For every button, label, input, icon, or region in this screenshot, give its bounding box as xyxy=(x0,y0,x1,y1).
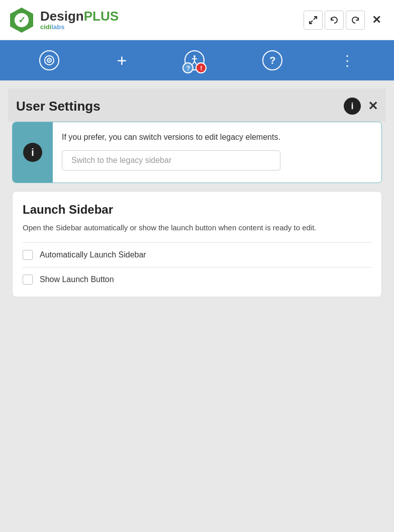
show-launch-button-option: Show Launch Button xyxy=(23,267,371,292)
info-card-text: If you prefer, you can switch versions t… xyxy=(62,131,280,143)
undo-button[interactable] xyxy=(325,11,344,30)
info-card-icon: i xyxy=(23,143,42,162)
panel-title: User Settings xyxy=(16,99,101,114)
expand-button[interactable] xyxy=(304,11,323,30)
redo-button[interactable] xyxy=(346,11,365,30)
panel-info-button[interactable]: i xyxy=(344,98,361,115)
logo-cidilabs: cidilabs xyxy=(40,24,119,31)
redo-icon xyxy=(351,16,360,25)
titlebar-actions: ✕ xyxy=(304,11,386,30)
launch-sidebar-description: Open the Sidebar automatically or show t… xyxy=(23,222,371,233)
accessibility-icon-group[interactable]: ? ! xyxy=(184,50,205,70)
auto-launch-option: Automatically Launch Sidebar xyxy=(23,242,371,267)
main-content: User Settings i ✕ i If you prefer, you c… xyxy=(0,80,394,313)
panel-header-actions: i ✕ xyxy=(344,98,378,115)
more-options-icon[interactable]: ⋮ xyxy=(340,52,355,69)
auto-launch-label: Automatically Launch Sidebar xyxy=(40,250,146,259)
help-icon[interactable]: ? xyxy=(262,50,282,70)
panel-close-button[interactable]: ✕ xyxy=(368,100,378,112)
info-card: i If you prefer, you can switch versions… xyxy=(12,122,382,183)
titlebar: ✓ DesignPLUS cidilabs xyxy=(0,0,394,40)
launch-sidebar-card: Launch Sidebar Open the Sidebar automati… xyxy=(12,191,382,297)
info-card-accent: i xyxy=(13,122,53,183)
logo-area: ✓ DesignPLUS cidilabs xyxy=(8,7,119,34)
target-icon[interactable] xyxy=(39,50,59,70)
toolbar: + ? ! ? ⋮ xyxy=(0,40,394,80)
svg-point-7 xyxy=(48,60,50,61)
auto-launch-checkbox[interactable] xyxy=(23,250,33,260)
expand-icon xyxy=(309,16,318,25)
badge-question-icon: ? xyxy=(182,62,193,73)
logo-hex-icon: ✓ xyxy=(8,7,35,34)
undo-icon xyxy=(330,16,339,25)
show-launch-button-label: Show Launch Button xyxy=(40,275,114,284)
logo-text: DesignPLUS cidilabs xyxy=(40,9,119,31)
logo-plus: PLUS xyxy=(84,9,119,24)
svg-point-8 xyxy=(193,55,195,57)
info-card-content: If you prefer, you can switch versions t… xyxy=(53,122,288,183)
badge-alert-icon: ! xyxy=(195,62,207,73)
launch-sidebar-title: Launch Sidebar xyxy=(23,203,371,217)
legacy-sidebar-button[interactable]: Switch to the legacy sidebar xyxy=(62,150,280,170)
svg-text:✓: ✓ xyxy=(18,15,26,25)
show-launch-button-checkbox[interactable] xyxy=(23,275,33,285)
logo-design: Design xyxy=(40,9,84,24)
panel-header: User Settings i ✕ xyxy=(8,88,386,122)
window-close-button[interactable]: ✕ xyxy=(367,11,386,30)
add-icon[interactable]: + xyxy=(117,51,127,70)
